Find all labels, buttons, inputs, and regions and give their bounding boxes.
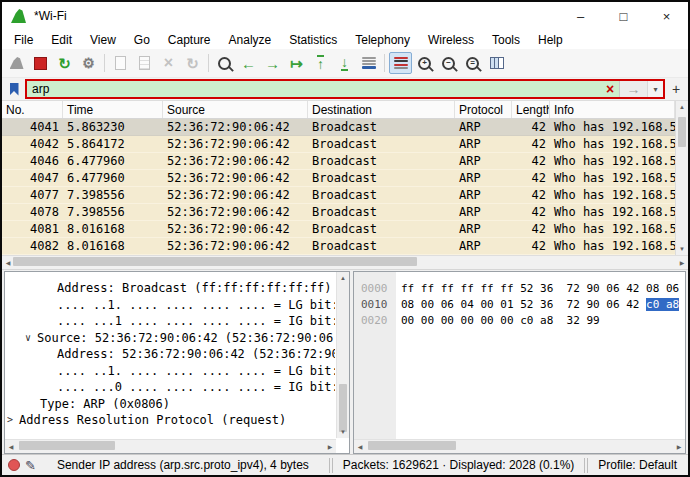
reload-file-icon[interactable]: ↻: [181, 52, 204, 74]
filter-bookmark-button[interactable]: [6, 80, 22, 98]
scroll-left-icon[interactable]: ◀: [354, 440, 366, 453]
packet-cell: Broadcast: [308, 136, 455, 152]
detail-line[interactable]: Address: 52:36:72:90:06:42 (52:36:72:90: [5, 346, 335, 363]
menu-statistics[interactable]: Statistics: [280, 33, 346, 47]
resize-columns-icon[interactable]: [485, 52, 508, 74]
detail-line[interactable]: .... ..1. .... .... .... .... = LG bit:: [5, 297, 335, 314]
column-header-info[interactable]: Info: [550, 101, 675, 118]
packet-row[interactable]: 40466.47796052:36:72:90:06:42BroadcastAR…: [2, 153, 675, 170]
filter-dropdown-button[interactable]: ▾: [647, 81, 663, 97]
find-packet-icon[interactable]: [213, 52, 236, 74]
zoom-reset-icon[interactable]: =: [461, 52, 484, 74]
menu-file[interactable]: File: [5, 33, 42, 47]
hex-row[interactable]: 001008 00 06 04 00 01 52 36 72 90 06 42 …: [354, 297, 685, 313]
packet-row[interactable]: 40818.01616852:36:72:90:06:42BroadcastAR…: [2, 221, 675, 238]
hex-row[interactable]: 002000 00 00 00 00 00 c0 a8 32 99: [354, 313, 685, 329]
menu-telephony[interactable]: Telephony: [346, 33, 419, 47]
restart-capture-icon[interactable]: ↻: [53, 52, 76, 74]
zoom-out-icon[interactable]: −: [437, 52, 460, 74]
details-hscrollbar[interactable]: ◀ ▶: [5, 439, 336, 453]
hex-hscrollbar[interactable]: ◀ ▶: [354, 439, 685, 453]
scroll-up-icon[interactable]: ▲: [337, 272, 349, 284]
expander-icon[interactable]: ∨: [25, 330, 37, 347]
packet-list-hscrollbar[interactable]: ◀ ▶: [2, 255, 688, 270]
stop-capture-icon[interactable]: [29, 52, 52, 74]
capture-comment-icon[interactable]: ✎: [25, 458, 36, 473]
maximize-button[interactable]: □: [602, 2, 645, 30]
packet-list-vscrollbar[interactable]: ▲ ▼: [675, 101, 688, 255]
hex-offset: 0000: [354, 281, 396, 297]
menu-tools[interactable]: Tools: [483, 33, 529, 47]
start-capture-icon[interactable]: [5, 52, 28, 74]
hex-row[interactable]: 0000ff ff ff ff ff ff 52 36 72 90 06 42 …: [354, 281, 685, 297]
close-button[interactable]: ×: [645, 2, 688, 30]
expert-info-icon[interactable]: [8, 459, 20, 471]
packet-row[interactable]: 40476.47796052:36:72:90:06:42BroadcastAR…: [2, 170, 675, 187]
packet-row[interactable]: 40415.86323052:36:72:90:06:42BroadcastAR…: [2, 119, 675, 136]
scrollbar-thumb[interactable]: [339, 384, 347, 432]
packet-row[interactable]: 40787.39855652:36:72:90:06:42BroadcastAR…: [2, 204, 675, 221]
zoom-in-icon[interactable]: +: [413, 52, 436, 74]
scroll-right-icon[interactable]: ▶: [324, 440, 336, 453]
menu-edit[interactable]: Edit: [42, 33, 81, 47]
packet-cell: 5.863230: [63, 119, 163, 135]
scroll-down-icon[interactable]: ▼: [676, 243, 688, 255]
column-header-protocol[interactable]: Protocol: [455, 101, 512, 118]
packet-row[interactable]: 40777.39855652:36:72:90:06:42BroadcastAR…: [2, 187, 675, 204]
go-forward-icon[interactable]: →: [261, 52, 284, 74]
minimize-button[interactable]: –: [559, 2, 602, 30]
menu-wireless[interactable]: Wireless: [419, 33, 483, 47]
menu-go[interactable]: Go: [125, 33, 159, 47]
menu-capture[interactable]: Capture: [159, 33, 220, 47]
packet-cell: ARP: [455, 238, 512, 254]
expander-icon[interactable]: >: [7, 412, 19, 429]
scroll-up-icon[interactable]: ▲: [676, 101, 688, 113]
packet-row[interactable]: 40425.86417252:36:72:90:06:42BroadcastAR…: [2, 136, 675, 153]
column-header-length[interactable]: Length: [512, 101, 550, 118]
filter-apply-button[interactable]: →: [619, 81, 647, 97]
detail-line[interactable]: .... ...0 .... .... .... .... = IG bit:: [5, 379, 335, 396]
menu-view[interactable]: View: [81, 33, 125, 47]
detail-line[interactable]: Address: Broadcast (ff:ff:ff:ff:ff:ff): [5, 280, 335, 297]
packet-cell: Who has 192.168.50.: [550, 187, 675, 203]
scroll-right-icon[interactable]: ▶: [673, 440, 685, 453]
profile-indicator[interactable]: Profile: Default: [593, 458, 682, 472]
go-to-packet-icon[interactable]: ↦: [285, 52, 308, 74]
detail-text: Address: 52:36:72:90:06:42 (52:36:72:90: [57, 346, 335, 363]
scroll-left-icon[interactable]: ◀: [5, 440, 17, 453]
packet-details-pane: Address: Broadcast (ff:ff:ff:ff:ff:ff)..…: [4, 271, 350, 454]
go-last-packet-icon[interactable]: ↓: [333, 52, 356, 74]
colorize-packets-icon[interactable]: [389, 52, 412, 74]
column-header-source[interactable]: Source: [163, 101, 308, 118]
close-file-icon[interactable]: ×: [157, 52, 180, 74]
detail-line[interactable]: .... ..1. .... .... .... .... = LG bit:: [5, 363, 335, 380]
go-back-icon[interactable]: ←: [237, 52, 260, 74]
go-first-packet-icon[interactable]: ↑: [309, 52, 332, 74]
scrollbar-thumb[interactable]: [368, 441, 456, 450]
scrollbar-thumb[interactable]: [13, 257, 417, 266]
scrollbar-thumb[interactable]: [19, 441, 115, 450]
details-vscrollbar[interactable]: ▲ ▼: [336, 272, 349, 438]
column-header-destination[interactable]: Destination: [308, 101, 455, 118]
scroll-right-icon[interactable]: ▶: [676, 256, 688, 269]
filter-add-button[interactable]: +: [668, 81, 684, 97]
packet-rows: 40415.86323052:36:72:90:06:42BroadcastAR…: [2, 119, 688, 255]
menu-help[interactable]: Help: [529, 33, 572, 47]
save-file-icon[interactable]: [133, 52, 156, 74]
open-file-icon[interactable]: [109, 52, 132, 74]
display-filter-input[interactable]: [27, 81, 601, 97]
column-header-no[interactable]: No.: [2, 101, 63, 118]
menu-analyze[interactable]: Analyze: [220, 33, 281, 47]
detail-line[interactable]: >Address Resolution Protocol (request): [5, 412, 335, 429]
packet-row[interactable]: 40828.01616852:36:72:90:06:42BroadcastAR…: [2, 238, 675, 255]
status-bar: ✎ Sender IP address (arp.src.proto_ipv4)…: [2, 454, 688, 475]
auto-scroll-icon[interactable]: [357, 52, 380, 74]
capture-options-icon[interactable]: ⚙: [77, 52, 100, 74]
scrollbar-thumb[interactable]: [678, 117, 686, 147]
detail-line[interactable]: ∨Source: 52:36:72:90:06:42 (52:36:72:90:…: [5, 330, 335, 347]
filter-clear-button[interactable]: ×: [601, 81, 619, 97]
column-header-time[interactable]: Time: [63, 101, 163, 118]
detail-line[interactable]: Type: ARP (0x0806): [5, 396, 335, 413]
scroll-down-icon[interactable]: ▼: [337, 426, 349, 438]
detail-line[interactable]: .... ...1 .... .... .... .... = IG bit:: [5, 313, 335, 330]
